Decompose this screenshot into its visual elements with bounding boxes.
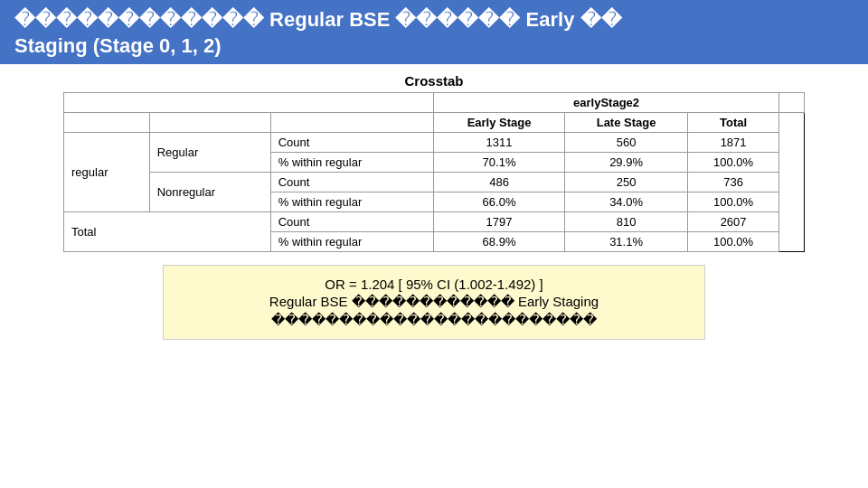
cell-t-late: 810: [564, 212, 687, 232]
cell-t-total: 2607: [688, 212, 779, 232]
table-row: Total Count 1797 810 2607: [64, 212, 805, 232]
header-line1: ������������ Regular BSE ������ Early ��: [14, 7, 854, 33]
cell-tp-late: 31.1%: [564, 232, 687, 252]
cell-r2p-early: 66.0%: [434, 192, 565, 212]
cell-r1-late: 560: [564, 133, 687, 153]
crosstab-title: Crosstab: [404, 73, 463, 89]
col-header-total: Total: [688, 113, 779, 133]
metric-count-total: Count: [270, 212, 433, 232]
cell-r1p-late: 29.9%: [564, 153, 687, 173]
metric-pct-total: % within regular: [270, 232, 433, 252]
header-line2: Staging (Stage 0, 1, 2): [14, 33, 854, 60]
cell-r1p-total: 100.0%: [688, 153, 779, 173]
cell-tp-total: 100.0%: [688, 232, 779, 252]
metric-count-1: Count: [270, 133, 433, 153]
result-box: OR = 1.204 [ 95% CI (1.002-1.492) ] Regu…: [163, 265, 705, 340]
result-line3: ������������������������: [191, 312, 677, 328]
cell-t-early: 1797: [434, 212, 565, 232]
col-header-row: Early Stage Late Stage Total: [64, 113, 805, 133]
col-header-late: Late Stage: [564, 113, 687, 133]
cell-r2p-total: 100.0%: [688, 192, 779, 212]
metric-count-2: Count: [270, 173, 433, 192]
cell-r1-total: 1871: [688, 133, 779, 153]
col-group-row: earlyStage2: [64, 93, 805, 113]
main-content: Crosstab earlyStage2 Early Stage Late St…: [0, 64, 868, 349]
header-bar: ������������ Regular BSE ������ Early ��…: [0, 0, 868, 64]
metric-pct-1: % within regular: [270, 153, 433, 173]
cell-r1p-early: 70.1%: [434, 153, 565, 173]
crosstab-table: earlyStage2 Early Stage Late Stage Total…: [63, 92, 805, 252]
cell-r2-late: 250: [564, 173, 687, 192]
group-total: Total: [64, 212, 271, 252]
table-row: Nonregular Count 486 250 736: [64, 173, 805, 192]
cell-tp-early: 68.9%: [434, 232, 565, 252]
cell-r2-early: 486: [434, 173, 565, 192]
group-regular: regular: [64, 133, 150, 212]
subgroup-regular: Regular: [149, 133, 270, 173]
cell-r1-early: 1311: [434, 133, 565, 153]
result-line1: OR = 1.204 [ 95% CI (1.002-1.492) ]: [191, 277, 677, 292]
subgroup-nonregular: Nonregular: [149, 173, 270, 212]
cell-r2p-late: 34.0%: [564, 192, 687, 212]
col-group-label: earlyStage2: [434, 93, 779, 113]
cell-r2-total: 736: [688, 173, 779, 192]
result-line2: Regular BSE ������������ Early Staging: [191, 294, 677, 310]
table-row: regular Regular Count 1311 560 1871: [64, 133, 805, 153]
col-header-early: Early Stage: [434, 113, 565, 133]
metric-pct-2: % within regular: [270, 192, 433, 212]
